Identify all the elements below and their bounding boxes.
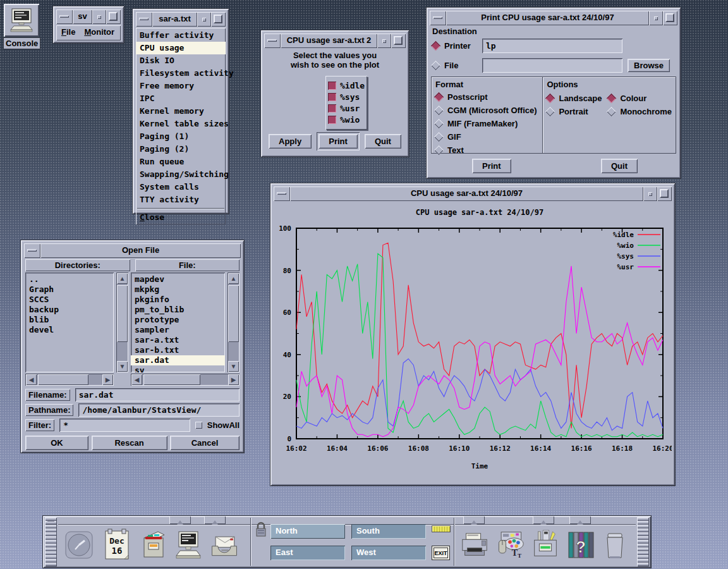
window-menu-button[interactable] [274,187,290,201]
window-menu-button[interactable] [264,34,281,48]
subpanel-arrow-printer[interactable] [463,516,485,524]
graph-titlebar[interactable]: CPU usage sar-a.txt 24/10/97 [274,187,672,201]
menu-item-run-queue[interactable]: Run queue [136,156,226,168]
window-menu-button[interactable] [136,12,152,27]
directories-hscrollbar[interactable]: ◀ ▶ [25,374,114,386]
quit-button[interactable]: Quit [365,134,401,149]
scroll-up-arrow[interactable]: ▲ [228,273,239,284]
scroll-thumb[interactable] [143,374,200,385]
print-dialog-titlebar[interactable]: Print CPU usage sar-a.txt 24/10/97 [430,11,677,25]
apply-button[interactable]: Apply [269,134,312,149]
scroll-down-arrow[interactable]: ▼ [228,361,239,372]
maximize-button[interactable] [663,11,677,25]
trash-control[interactable] [599,527,631,563]
scroll-thumb[interactable] [117,285,128,342]
scroll-up-arrow[interactable]: ▲ [117,273,128,284]
scroll-right-arrow[interactable]: ▶ [102,374,113,385]
console-desktop-icon[interactable]: Console [4,4,40,49]
scroll-thumb[interactable] [228,285,239,342]
orientation-radio-portrait[interactable] [545,107,555,117]
print-dialog-quit-button[interactable]: Quit [601,159,638,173]
file-item-sv[interactable]: sv [131,365,225,372]
file-item-pkginfo[interactable]: pkginfo [131,295,225,305]
format-radio-mif-framemaker-[interactable] [434,119,444,129]
scroll-down-arrow[interactable]: ▼ [117,361,128,372]
help-control[interactable]: ? [565,527,597,563]
cancel-button[interactable]: Cancel [170,436,240,450]
directory-item-blib[interactable]: blib [25,315,114,325]
window-menu-button[interactable] [430,11,446,25]
menu-item-cpu-usage[interactable]: CPU usage [136,42,226,54]
printer-input[interactable] [482,39,622,53]
filter-input[interactable] [59,419,190,432]
menu-item-disk-io[interactable]: Disk IO [136,54,226,67]
file-item-sar-b-txt[interactable]: sar-b.txt [131,345,225,355]
menu-item-system-calls[interactable]: System calls [136,181,226,193]
scroll-thumb[interactable] [38,374,88,385]
lock-control[interactable] [254,521,268,541]
subpanel-arrow-applications[interactable] [533,516,554,524]
menu-item-buffer-activity[interactable]: Buffer activity [136,29,226,42]
file-radio[interactable] [431,61,441,71]
color-radio-monochrome[interactable] [607,107,617,117]
maximize-button[interactable] [657,187,672,201]
clock-control[interactable] [63,527,95,563]
directory-item-devel[interactable]: devel [25,325,114,335]
directories-vscrollbar[interactable]: ▲ ▼ [116,272,128,372]
console-icon-image[interactable] [4,4,39,37]
workspace-button-east[interactable]: East [270,546,345,560]
workspace-button-west[interactable]: West [351,546,426,560]
scroll-left-arrow[interactable]: ◀ [131,374,142,385]
file-item-sar-a-txt[interactable]: sar-a.txt [131,335,225,345]
minimize-button[interactable] [649,11,663,25]
subpanel-arrow-text-editor[interactable] [204,516,226,524]
mail-control[interactable] [209,527,240,563]
file-manager-control[interactable] [138,527,169,563]
file-item-mkpkg[interactable]: mkpkg [131,284,225,295]
ok-button[interactable]: OK [25,436,88,450]
files-list[interactable]: mapdevmkpkgpkginfopm_to_blibprototypesam… [131,272,225,372]
minimize-button[interactable] [643,187,657,201]
files-hscrollbar[interactable]: ◀ ▶ [131,374,240,386]
monitor-menu-titlebar[interactable]: sar-a.txt [136,12,226,27]
text-editor-control[interactable] [173,527,204,563]
open-file-titlebar[interactable]: Open File [24,243,241,258]
menu-item-kernel-memory[interactable]: Kernel memory [136,105,226,118]
minimize-button[interactable] [197,12,211,27]
file-item-pm-to-blib[interactable]: pm_to_blib [131,305,225,315]
orientation-radio-landscape[interactable] [545,94,555,104]
subpanel-arrow-help[interactable] [569,516,591,524]
checkbox-idle[interactable] [328,82,336,90]
printer-radio[interactable] [431,41,441,51]
printer-control[interactable] [459,527,490,563]
sv-titlebar[interactable]: sv [56,9,121,24]
directories-list[interactable]: ..GraphSCCSbackupblibdevel [25,272,114,372]
directory-item--[interactable]: .. [25,274,114,284]
menu-item-swapping-switching[interactable]: Swapping/Switching [136,168,226,181]
file-item-sampler[interactable]: sampler [131,325,225,335]
menu-item-close[interactable]: Close [136,211,226,224]
checkbox-sys[interactable] [328,93,336,101]
menu-item-tty-activity[interactable]: TTY activity [136,193,226,206]
filename-input[interactable] [75,388,240,401]
pathname-input[interactable] [78,403,240,417]
workspace-button-north[interactable]: North [270,524,345,539]
format-radio-text[interactable] [434,145,444,156]
format-radio-postscript[interactable] [434,92,444,102]
scroll-right-arrow[interactable]: ▶ [228,374,239,385]
directory-item-Graph[interactable]: Graph [25,284,114,295]
maximize-button[interactable] [106,9,121,24]
directory-item-SCCS[interactable]: SCCS [25,295,114,305]
exit-button[interactable]: EXIT [432,546,449,560]
maximize-button[interactable] [391,34,406,48]
menu-item-ipc[interactable]: IPC [136,92,226,105]
file-item-sar-dat[interactable]: sar.dat [131,355,225,365]
cpu-dialog-titlebar[interactable]: CPU usage sar-a.txt 2 [264,34,406,48]
menu-item-free-memory[interactable]: Free memory [136,80,226,92]
style-manager-control[interactable]: T T [494,527,526,563]
print-button[interactable]: Print [318,134,358,149]
maximize-button[interactable] [211,12,226,27]
format-radio-gif[interactable] [434,132,444,142]
directory-item-backup[interactable]: backup [25,305,114,315]
file-input[interactable] [482,58,622,73]
